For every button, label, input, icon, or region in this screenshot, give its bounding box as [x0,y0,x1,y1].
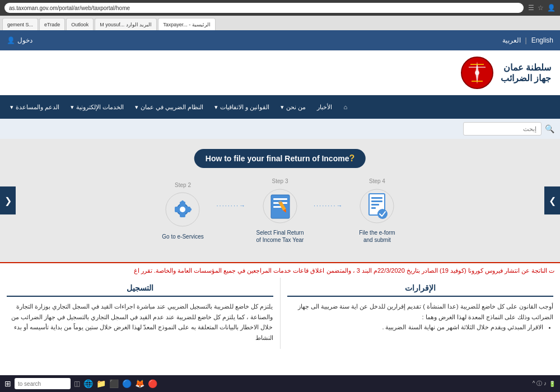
tray-battery: 🔋 [549,381,556,387]
nav-support[interactable]: الدعم والمساعدة ▾ [4,95,65,119]
ticker-text: ت الناتجة عن انتشار فيروس كورونا (كوفيد … [128,267,560,274]
svg-rect-25 [371,200,382,202]
svg-rect-24 [371,197,382,199]
language-selector: العربية | English [502,36,553,44]
step-connector-2: ········→ [314,202,343,209]
nav-tax-system-label: النظام الضريبي في عمان [141,104,203,111]
lang-arabic[interactable]: العربية [502,36,521,44]
tab-management[interactable]: gement S... [2,18,38,30]
search-input[interactable] [463,122,542,136]
taskbar-icon-chrome[interactable]: 🔵 [122,379,132,388]
ticker-bar: ت الناتجة عن انتشار فيروس كورونا (كوفيد … [0,262,560,278]
tab-outlook[interactable]: Outlook [66,18,94,30]
registration-text: يلتزم كل خاضع للضريبة بالتسجيل الضريبي ع… [7,301,273,343]
carousel-step-3: Step 3 [246,178,314,244]
carousel-title-text: How to file your final Return of Income [206,154,349,163]
step3-num: Step 3 [272,178,288,184]
login-button[interactable]: 👤 دخول [7,36,32,44]
top-bar: 👤 دخول العربية | English [0,30,560,50]
step3-label: Select Final Return of Income Tax Year [256,229,304,244]
nav-eservices[interactable]: الخدمات الإلكترونية ▾ [65,95,129,119]
search-button[interactable]: 🔍 [545,124,554,133]
logo-line2: جهاز الضرائب [501,73,551,83]
taskbar-icon-firefox[interactable]: 🦊 [135,379,144,388]
svg-rect-26 [371,204,379,206]
nav-about-arrow: ▾ [281,104,284,111]
step-connector-1: ········→ [217,202,246,209]
step4-label: File the e-form and submit [359,229,395,244]
taskbar: ⊞ ◫ 🌐 📁 ⬛ 🔵 🦊 🔴 ^ ⓘ ♪ 🔋 [0,375,560,392]
svg-rect-10 [175,207,179,212]
browser-tabs: gement S... eTrade Outlook M yousuf... ا… [0,16,560,30]
svg-point-2 [475,71,479,75]
taskbar-search[interactable] [15,378,71,389]
registration-body: يلتزم كل خاضع للضريبة بالتسجيل الضريبي ع… [7,301,273,343]
declarations-body: أوجب القانون على كل خاضع للضريبة (عدا ال… [287,301,554,333]
system-tray: ^ ⓘ ♪ 🔋 [533,380,556,388]
step2-label: Go to e-Services [162,233,203,240]
tab-etrade[interactable]: eTrade [39,18,65,30]
carousel-section: How to file your final Return of Income?… [0,139,560,262]
step2-icon [164,190,203,230]
lang-english[interactable]: English [531,36,553,44]
lang-divider: | [525,36,527,44]
logo-text: سلطنة عمان جهاز الضرائب [501,62,551,83]
home-icon: ⌂ [343,104,347,110]
registration-section: التسجيل يلتزم كل خاضع للضريبة بالتسجيل ا… [0,278,280,349]
tray-icons: ^ ⓘ ♪ [533,380,547,388]
taskbar-icon-edge[interactable]: 🌐 [83,379,93,388]
svg-rect-16 [273,198,287,200]
browser-url-bar: as.taxoman.gov.om/portal/ar/web/taxporta… [0,0,560,16]
nav-support-label: الدعم والمساعدة [16,104,59,111]
carousel-nav-left[interactable]: ❮ [544,186,560,214]
svg-point-28 [377,209,388,219]
windows-start-icon[interactable]: ⊞ [4,379,11,388]
login-label: دخول [17,36,32,44]
search-bar: 🔍 [0,119,560,139]
declarations-title: الإقرارات [287,283,554,297]
step3-icon [260,186,300,226]
nav-home[interactable]: ⌂ [338,95,353,119]
nav-eservices-arrow: ▾ [71,104,74,111]
svg-point-7 [180,207,185,212]
nav-tax-system-arrow: ▾ [135,104,138,111]
site-header: سلطنة عمان جهاز الضرائب [0,50,560,95]
declarations-item-1: الاقرار المبدئي ويقدم خلال الثلاثة اشهر … [287,322,544,333]
step2-num: Step 2 [175,182,191,188]
login-icon: 👤 [7,36,15,44]
step4-num: Step 4 [369,178,385,184]
nav-eservices-label: الخدمات الإلكترونية [76,104,124,111]
navigation-bar: ⌂ الأخبار من نحن ▾ القوانين و الاتفاقيات… [0,95,560,119]
nav-tax-system[interactable]: النظام الضريبي في عمان ▾ [129,95,209,119]
nav-laws[interactable]: القوانين و الاتفاقيات ▾ [209,95,275,119]
carousel-step-2: Step 2 [150,182,217,240]
browser-account-icon[interactable]: 👤 [547,4,556,12]
browser-menu-icon[interactable]: ☰ [528,4,534,12]
taskbar-icon-files[interactable]: 📁 [96,379,106,388]
nav-about[interactable]: من نحن ▾ [275,95,311,119]
taskbar-icon-store[interactable]: ⬛ [109,379,119,388]
declarations-list: الاقرار المبدئي ويقدم خلال الثلاثة اشهر … [287,322,554,333]
carousel-title: How to file your final Return of Income? [194,149,366,168]
taskbar-icon-app[interactable]: 🔴 [148,379,157,388]
step4-icon [357,186,396,226]
url-input[interactable]: as.taxoman.gov.om/portal/ar/web/taxporta… [4,3,524,13]
carousel-nav-right[interactable]: ❯ [0,186,16,214]
declarations-section: الإقرارات أوجب القانون على كل خاضع للضري… [280,278,561,349]
nav-news-label: الأخبار [317,104,332,111]
browser-bookmark-icon[interactable]: ☆ [538,4,544,12]
registration-title: التسجيل [7,283,273,297]
nav-laws-label: القوانين و الاتفاقيات [220,104,269,111]
content-columns: الإقرارات أوجب القانون على كل خاضع للضري… [0,278,560,349]
declarations-intro: أوجب القانون على كل خاضع للضريبة (عدا ال… [287,301,554,322]
svg-rect-27 [371,207,376,209]
nav-about-label: من نحن [286,104,306,111]
nav-news[interactable]: الأخبار [311,95,338,119]
tab-mail[interactable]: M yousuf... البريد الوارد [95,18,157,30]
taskbar-icon-taskview[interactable]: ◫ [74,380,80,388]
oman-emblem [460,56,494,90]
logo-line1: سلطنة عمان [501,62,551,73]
nav-laws-arrow: ▾ [214,104,218,111]
nav-support-arrow: ▾ [10,104,13,111]
tab-taxpayer[interactable]: Taxpayer... - الرئيسية [158,18,216,30]
